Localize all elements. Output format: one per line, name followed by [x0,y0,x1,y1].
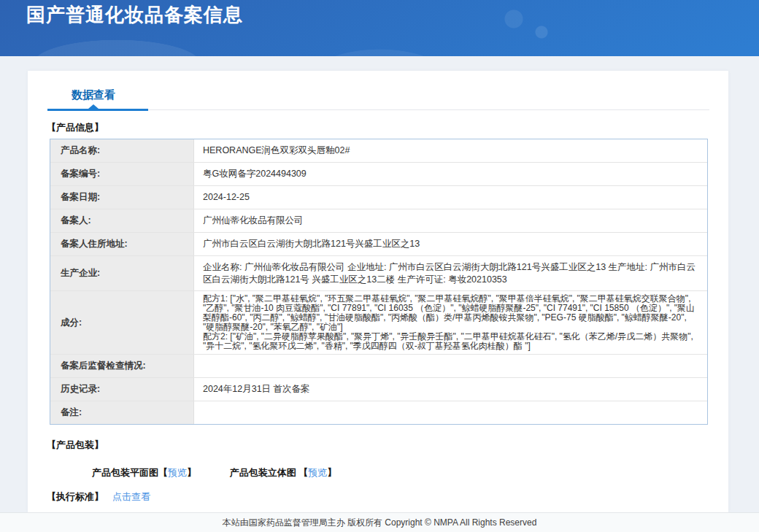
packaging-flat-label: 产品包装平面图 [92,467,158,478]
row-value-ingredients: 配方1: ["水", "聚二甲基硅氧烷", "环五聚二甲基硅氧烷", "聚二甲基… [194,291,707,354]
page-title: 国产普通化妆品备案信息 [0,0,759,28]
row-label: 备注: [50,401,194,424]
row-label: 备案后监督检查情况: [50,355,194,377]
preview-link-flat[interactable]: 预览 [168,467,187,478]
tab-bar: 数据查看 [47,88,709,110]
bracket-open: 【 [298,467,308,478]
packaging-stereo-label: 产品包装立体图 [230,467,296,478]
row-value: HERORANGE润色双彩双头唇釉02# [194,139,707,162]
packaging-stereo-group: 产品包装立体图 【预览】 [230,467,337,478]
tab-data-view[interactable]: 数据查看 [72,88,115,102]
section-standard: 【执行标准】点击查看 [47,490,728,504]
footer: 本站由国家药品监督管理局主办 版权所有 Copyright © NMPA All… [0,512,759,532]
row-label: 生产企业: [50,256,194,290]
content-card: 数据查看 【产品信息】 产品名称: HERORANGE润色双彩双头唇釉02# 备… [28,71,728,512]
row-value [194,401,707,424]
bracket-close: 】 [327,467,336,478]
row-value: 广州仙蒂化妆品有限公司 [194,209,707,232]
row-value: 2024-12-25 [194,186,707,209]
packaging-links-row: 产品包装平面图【预览】 产品包装立体图 【预览】 [92,466,728,479]
packaging-flat-group: 产品包装平面图【预览】 [92,467,199,478]
table-row: 备案人住所地址: 广州市白云区白云湖街大朗北路121号兴盛工业区之13 [50,233,707,256]
table-row: 备注: [50,401,707,424]
row-label: 历史记录: [50,378,194,401]
row-label: 备案编号: [50,163,194,185]
row-value: 2024年12月31日 首次备案 [194,378,707,401]
copyright-text: 本站由国家药品监督管理局主办 版权所有 Copyright © NMPA All… [223,517,537,529]
table-row: 生产企业: 企业名称: 广州仙蒂化妆品有限公司 企业地址: 广州市白云区白云湖街… [50,256,707,291]
row-value: 粤G妆网备字2024494309 [194,163,707,185]
preview-link-stereo[interactable]: 预览 [308,467,327,478]
table-row: 成分: 配方1: ["水", "聚二甲基硅氧烷", "环五聚二甲基硅氧烷", "… [50,291,707,355]
row-label: 成分: [50,291,194,354]
row-label: 备案人住所地址: [50,233,194,255]
table-row: 历史记录: 2024年12月31日 首次备案 [50,378,707,401]
table-row: 备案编号: 粤G妆网备字2024494309 [50,163,707,186]
product-info-table: 产品名称: HERORANGE润色双彩双头唇釉02# 备案编号: 粤G妆网备字2… [50,139,708,425]
table-row: 备案后监督检查情况: [50,355,707,378]
bracket-close: 】 [187,467,196,478]
table-row: 备案人: 广州仙蒂化妆品有限公司 [50,209,707,233]
row-label: 备案日期: [50,186,194,209]
table-row: 产品名称: HERORANGE润色双彩双头唇釉02# [50,139,707,163]
row-value: 广州市白云区白云湖街大朗北路121号兴盛工业区之13 [194,233,707,255]
bracket-open: 【 [158,467,168,478]
standard-title: 【执行标准】 [47,491,104,502]
row-label: 备案人: [50,209,194,232]
section-product-info: 【产品信息】 [47,121,728,134]
tab-active-underline [47,109,148,111]
table-row: 备案日期: 2024-12-25 [50,186,707,209]
row-value [194,355,707,377]
row-label: 产品名称: [50,139,194,162]
section-packaging: 【产品包装】 [47,439,728,452]
page-header: 国产普通化妆品备案信息 [0,0,759,56]
view-standard-link[interactable]: 点击查看 [112,491,150,502]
row-value: 企业名称: 广州仙蒂化妆品有限公司 企业地址: 广州市白云区白云湖街大朗北路12… [194,256,707,290]
